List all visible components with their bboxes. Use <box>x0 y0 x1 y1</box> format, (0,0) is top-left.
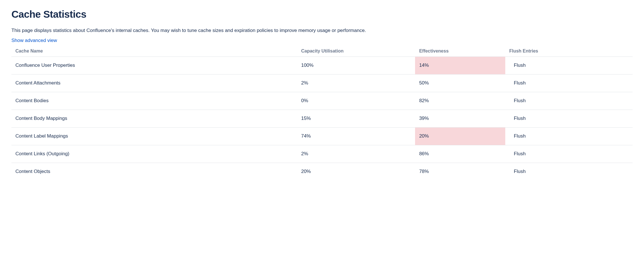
table-row: Content Label Mappings74%20%Flush <box>11 127 633 145</box>
capacity-cell: 15% <box>297 110 415 127</box>
cache-name-cell: Content Objects <box>11 163 297 180</box>
effectiveness-cell: 14% <box>415 57 505 74</box>
flush-button[interactable]: Flush <box>514 80 526 86</box>
capacity-cell: 2% <box>297 145 415 163</box>
effectiveness-cell: 50% <box>415 74 505 92</box>
flush-cell: Flush <box>505 74 633 92</box>
effectiveness-cell: 39% <box>415 110 505 127</box>
table-row: Content Attachments2%50%Flush <box>11 74 633 92</box>
column-header-cache-name: Cache Name <box>11 46 297 57</box>
table-row: Content Objects20%78%Flush <box>11 163 633 180</box>
flush-cell: Flush <box>505 127 633 145</box>
show-advanced-view-link[interactable]: Show advanced view <box>11 38 57 43</box>
table-row: Content Links (Outgoing)2%86%Flush <box>11 145 633 163</box>
effectiveness-cell: 82% <box>415 92 505 110</box>
effectiveness-cell: 78% <box>415 163 505 180</box>
flush-cell: Flush <box>505 145 633 163</box>
flush-cell: Flush <box>505 110 633 127</box>
effectiveness-cell: 20% <box>415 127 505 145</box>
cache-statistics-table: Cache Name Capacity Utilisation Effectiv… <box>11 46 633 181</box>
column-header-effectiveness: Effectiveness <box>415 46 505 57</box>
flush-button[interactable]: Flush <box>514 151 526 156</box>
flush-button[interactable]: Flush <box>514 98 526 103</box>
table-row: Content Bodies0%82%Flush <box>11 92 633 110</box>
page-title: Cache Statistics <box>11 9 633 20</box>
capacity-cell: 2% <box>297 74 415 92</box>
cache-name-cell: Content Bodies <box>11 92 297 110</box>
effectiveness-cell: 86% <box>415 145 505 163</box>
page-description: This page displays statistics about Conf… <box>11 27 633 34</box>
flush-cell: Flush <box>505 163 633 180</box>
flush-button[interactable]: Flush <box>514 169 526 174</box>
column-header-capacity: Capacity Utilisation <box>297 46 415 57</box>
cache-name-cell: Content Attachments <box>11 74 297 92</box>
capacity-cell: 20% <box>297 163 415 180</box>
cache-name-cell: Content Body Mappings <box>11 110 297 127</box>
flush-button[interactable]: Flush <box>514 63 526 68</box>
capacity-cell: 74% <box>297 127 415 145</box>
flush-cell: Flush <box>505 57 633 74</box>
capacity-cell: 100% <box>297 57 415 74</box>
cache-name-cell: Content Links (Outgoing) <box>11 145 297 163</box>
flush-cell: Flush <box>505 92 633 110</box>
table-row: Confluence User Properties100%14%Flush <box>11 57 633 74</box>
capacity-cell: 0% <box>297 92 415 110</box>
cache-name-cell: Content Label Mappings <box>11 127 297 145</box>
column-header-flush: Flush Entries <box>505 46 633 57</box>
flush-button[interactable]: Flush <box>514 116 526 121</box>
flush-button[interactable]: Flush <box>514 133 526 139</box>
table-row: Content Body Mappings15%39%Flush <box>11 110 633 127</box>
cache-name-cell: Confluence User Properties <box>11 57 297 74</box>
